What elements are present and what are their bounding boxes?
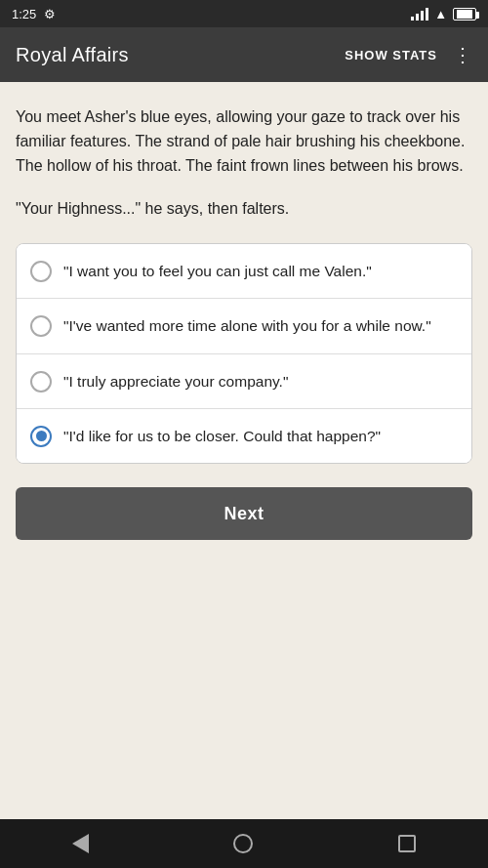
main-content: You meet Asher's blue eyes, allowing you… bbox=[0, 82, 488, 819]
choice-label-4: "I'd like for us to be closer. Could tha… bbox=[63, 425, 381, 447]
choices-container: "I want you to feel you can just call me… bbox=[16, 243, 472, 464]
app-title: Royal Affairs bbox=[16, 44, 129, 66]
show-stats-button[interactable]: SHOW STATS bbox=[345, 44, 437, 66]
radio-button-1[interactable] bbox=[30, 261, 52, 282]
app-bar-actions: SHOW STATS ⋮ bbox=[345, 44, 472, 66]
story-dialogue: "Your Highness..." he says, then falters… bbox=[16, 197, 472, 222]
choice-label-2: "I've wanted more time alone with you fo… bbox=[63, 314, 431, 337]
app-bar: Royal Affairs SHOW STATS ⋮ bbox=[0, 27, 488, 82]
home-icon bbox=[233, 834, 253, 853]
radio-button-3[interactable] bbox=[30, 371, 52, 393]
settings-icon: ⚙ bbox=[44, 7, 56, 21]
radio-button-4[interactable] bbox=[30, 426, 52, 447]
more-options-icon[interactable]: ⋮ bbox=[453, 45, 472, 64]
battery-icon bbox=[453, 8, 476, 21]
status-time: 1:25 bbox=[12, 7, 36, 21]
bottom-nav-bar bbox=[0, 819, 488, 868]
story-paragraph: You meet Asher's blue eyes, allowing you… bbox=[16, 105, 472, 178]
radio-button-2[interactable] bbox=[30, 315, 52, 337]
choice-option-1[interactable]: "I want you to feel you can just call me… bbox=[17, 244, 471, 299]
home-button[interactable] bbox=[233, 834, 253, 853]
recents-icon bbox=[398, 835, 416, 852]
wifi-icon: ▲ bbox=[434, 7, 447, 21]
choice-label-1: "I want you to feel you can just call me… bbox=[63, 260, 372, 282]
status-icons: ▲ bbox=[411, 7, 476, 21]
status-bar: 1:25 ⚙ ▲ bbox=[0, 0, 488, 27]
next-button[interactable]: Next bbox=[16, 487, 472, 540]
choice-option-2[interactable]: "I've wanted more time alone with you fo… bbox=[17, 299, 471, 353]
back-button[interactable] bbox=[72, 834, 89, 853]
choice-label-3: "I truly appreciate your company." bbox=[63, 370, 288, 393]
choice-option-3[interactable]: "I truly appreciate your company." bbox=[17, 354, 471, 409]
choice-option-4[interactable]: "I'd like for us to be closer. Could tha… bbox=[17, 409, 471, 463]
signal-icon bbox=[411, 7, 428, 21]
back-icon bbox=[72, 834, 89, 853]
spacer bbox=[16, 548, 472, 804]
recents-button[interactable] bbox=[398, 835, 416, 852]
